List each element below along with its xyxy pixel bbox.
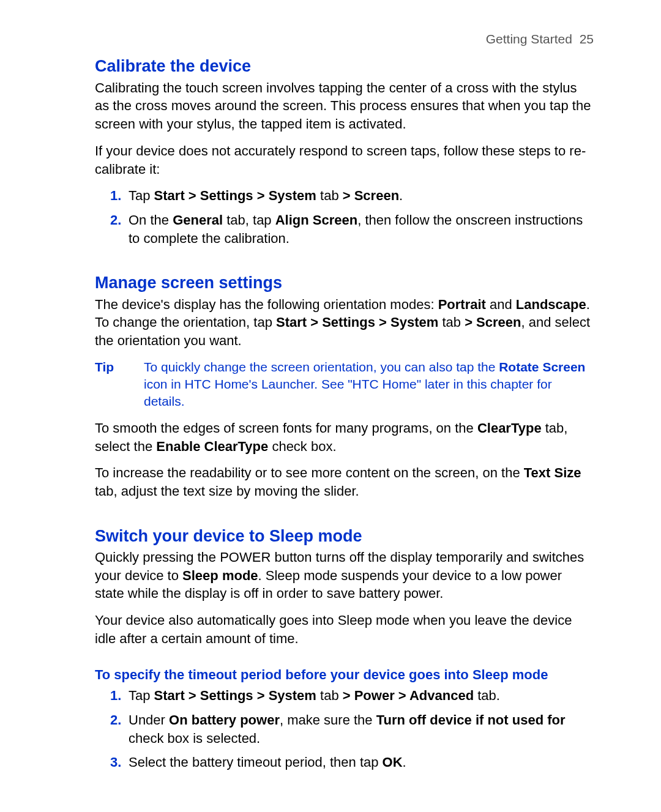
heading-sleep-mode: Switch your device to Sleep mode bbox=[95, 525, 594, 547]
bold-text: General bbox=[173, 212, 223, 228]
list-item: 1. Tap Start > Settings > System tab > S… bbox=[129, 187, 594, 205]
section-name: Getting Started bbox=[486, 32, 572, 46]
heading-manage-screen: Manage screen settings bbox=[95, 272, 594, 294]
paragraph: Your device also automatically goes into… bbox=[95, 611, 594, 647]
bold-text: Start > Settings > System bbox=[154, 188, 316, 203]
list-item: 2. On the General tab, tap Align Screen,… bbox=[129, 211, 594, 247]
ordered-list: 1. Tap Start > Settings > System tab > P… bbox=[95, 687, 594, 772]
text: , make sure the bbox=[280, 712, 376, 728]
bold-text: Sleep mode bbox=[182, 568, 258, 583]
bold-text: Portrait bbox=[438, 297, 486, 312]
text: To increase the readability or to see mo… bbox=[95, 465, 524, 480]
paragraph: Calibrating the touch screen involves ta… bbox=[95, 79, 594, 133]
bold-text: Enable ClearType bbox=[156, 439, 268, 454]
ordered-list: 1. Tap Start > Settings > System tab > S… bbox=[95, 187, 594, 247]
bold-text: > Screen bbox=[465, 315, 521, 330]
paragraph: To smooth the edges of screen fonts for … bbox=[95, 419, 594, 455]
list-item: 1. Tap Start > Settings > System tab > P… bbox=[129, 687, 594, 705]
list-number: 1. bbox=[110, 687, 121, 705]
text: On the bbox=[129, 212, 173, 228]
text: and bbox=[486, 297, 516, 312]
paragraph: Quickly pressing the POWER button turns … bbox=[95, 548, 594, 603]
text: tab bbox=[438, 315, 465, 330]
text: tab. bbox=[474, 688, 500, 703]
bold-text: Turn off device if not used for bbox=[376, 712, 566, 728]
bold-text: ClearType bbox=[477, 420, 542, 436]
paragraph: To increase the readability or to see mo… bbox=[95, 464, 594, 500]
tip-block: Tip To quickly change the screen orienta… bbox=[95, 359, 594, 411]
list-number: 3. bbox=[110, 753, 121, 772]
list-item: 2. Under On battery power, make sure the… bbox=[129, 711, 594, 747]
list-item: 3. Select the battery timeout period, th… bbox=[129, 753, 594, 772]
text: tab, adjust the text size by moving the … bbox=[95, 483, 359, 499]
bold-text: > Screen bbox=[343, 188, 399, 203]
text: tab bbox=[316, 688, 343, 703]
list-number: 2. bbox=[110, 711, 121, 729]
bold-text: Start > Settings > System bbox=[276, 315, 438, 330]
text: Under bbox=[129, 712, 169, 728]
text: Tap bbox=[129, 188, 154, 203]
bold-text: Text Size bbox=[524, 465, 581, 480]
page-header: Getting Started 25 bbox=[95, 31, 594, 48]
subheading-timeout: To specify the timeout period before you… bbox=[95, 666, 594, 684]
bold-text: Rotate Screen bbox=[499, 360, 585, 374]
text: . bbox=[403, 754, 406, 770]
heading-calibrate: Calibrate the device bbox=[95, 55, 594, 77]
tip-label: Tip bbox=[95, 359, 144, 411]
bold-text: > Power > Advanced bbox=[343, 688, 474, 703]
list-number: 1. bbox=[110, 187, 121, 205]
text: icon in HTC Home's Launcher. See "HTC Ho… bbox=[144, 377, 552, 408]
paragraph: The device's display has the following o… bbox=[95, 296, 594, 350]
text: tab, tap bbox=[223, 212, 275, 228]
text: Select the battery timeout period, then … bbox=[129, 754, 383, 770]
text: check box is selected. bbox=[129, 731, 260, 746]
page-number: 25 bbox=[580, 32, 594, 46]
bold-text: OK bbox=[383, 754, 403, 770]
text: Tap bbox=[129, 688, 154, 703]
paragraph: If your device does not accurately respo… bbox=[95, 142, 594, 178]
bold-text: On battery power bbox=[169, 712, 280, 728]
bold-text: Landscape bbox=[516, 297, 586, 312]
text: To smooth the edges of screen fonts for … bbox=[95, 420, 477, 436]
text: tab bbox=[316, 188, 343, 203]
bold-text: Start > Settings > System bbox=[154, 688, 316, 703]
text: . bbox=[399, 188, 403, 203]
text: To quickly change the screen orientation… bbox=[144, 360, 499, 374]
text: check box. bbox=[268, 439, 336, 454]
list-number: 2. bbox=[110, 211, 121, 229]
tip-body: To quickly change the screen orientation… bbox=[144, 359, 594, 411]
bold-text: Align Screen bbox=[275, 212, 357, 228]
text: The device's display has the following o… bbox=[95, 297, 438, 312]
